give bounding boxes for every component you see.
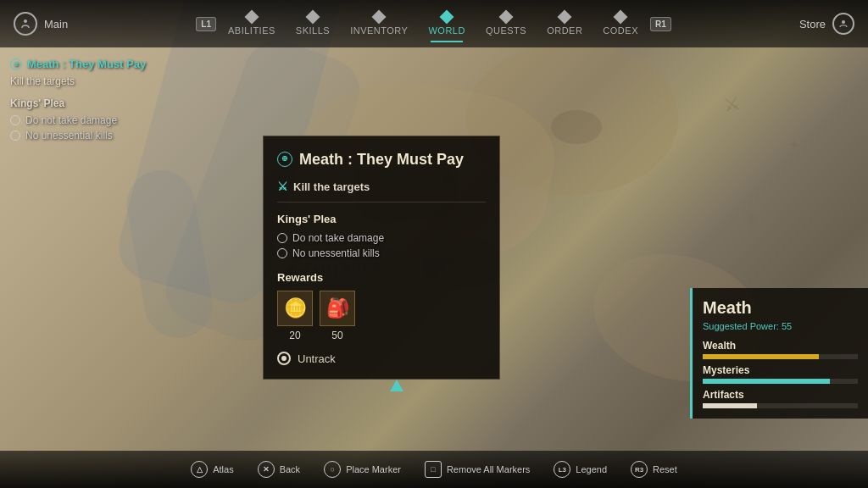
radio-2 <box>10 130 20 141</box>
mysteries-bar-fill <box>703 379 830 384</box>
map-symbol-2: ❖ <box>746 212 758 228</box>
world-icon <box>440 10 454 25</box>
back-label: Back <box>280 464 300 474</box>
mysteries-label: Mysteries <box>703 364 858 376</box>
rb-badge[interactable]: R1 <box>650 17 671 31</box>
player-marker <box>390 380 403 391</box>
nav-order[interactable]: Order <box>538 8 591 39</box>
inventory-icon <box>372 10 387 25</box>
left-plea-1: Do not take damage <box>10 114 146 126</box>
region-title: Meath <box>703 298 858 318</box>
main-menu-icon <box>14 12 37 36</box>
top-navigation: Main L1 Abilities Skills Inventory World… <box>0 0 868 47</box>
left-quest-title: ⊕ Meath : They Must Pay <box>10 58 146 70</box>
wealth-bar <box>703 354 858 359</box>
atlas-button-icon: △ <box>191 461 208 478</box>
bottom-back[interactable]: ✕ Back <box>258 461 300 478</box>
svg-point-1 <box>842 20 845 24</box>
rewards-label: Rewards <box>277 271 486 284</box>
quest-icon-left: ⊕ <box>10 58 22 70</box>
nav-right-group: Store <box>799 13 854 35</box>
radio-1 <box>10 115 20 125</box>
order-icon <box>558 10 572 25</box>
reward-item-1: 🪙 20 <box>277 291 313 341</box>
nav-codex[interactable]: Codex <box>594 8 647 39</box>
tooltip-quest-icon: ⊕ <box>277 152 292 167</box>
nav-skills[interactable]: Skills <box>287 8 338 39</box>
bottom-action-bar: △ Atlas ✕ Back ○ Place Marker □ Remove A… <box>0 451 868 488</box>
bottom-reset[interactable]: R3 Reset <box>631 461 677 478</box>
left-plea-2: No unessential kills <box>10 130 146 141</box>
tooltip-plea-items: Do not take damage No unessential kills <box>277 232 486 259</box>
nav-quests[interactable]: Quests <box>477 8 535 39</box>
wealth-label: Wealth <box>703 340 858 352</box>
wealth-bar-fill <box>703 354 819 359</box>
nav-left-group: Main <box>14 12 68 36</box>
map-symbol-1: ✦ <box>787 136 800 154</box>
legend-button-icon: L3 <box>554 461 570 478</box>
svg-point-0 <box>24 19 27 23</box>
tooltip-plea-2: No unessential kills <box>277 247 486 259</box>
rewards-icons: 🪙 20 🎒 50 <box>277 291 486 341</box>
tooltip-title: ⊕ Meath : They Must Pay <box>277 150 486 169</box>
remove-markers-label: Remove All Markers <box>447 464 530 474</box>
untrack-icon <box>277 352 291 365</box>
untrack-row[interactable]: Untrack <box>277 352 486 365</box>
skills-icon <box>306 10 320 25</box>
suggested-power: Suggested Power: 55 <box>703 321 858 331</box>
artifacts-bar-fill <box>703 403 757 408</box>
reward-item-2: 🎒 50 <box>320 291 355 341</box>
nav-world[interactable]: World <box>420 8 473 39</box>
bottom-place-marker[interactable]: ○ Place Marker <box>324 461 401 478</box>
objective-icon: ⚔ <box>277 180 288 193</box>
artifacts-label: Artifacts <box>703 389 858 401</box>
bottom-atlas[interactable]: △ Atlas <box>191 461 233 478</box>
place-marker-label: Place Marker <box>346 464 401 474</box>
main-label: Main <box>44 18 68 30</box>
legend-label: Legend <box>576 464 607 474</box>
region-panel: Meath Suggested Power: 55 Wealth Mysteri… <box>690 288 868 419</box>
tooltip-radio-2 <box>277 248 287 258</box>
quests-icon <box>499 10 514 25</box>
left-objective: Kill the targets <box>10 75 146 87</box>
tooltip-kings-plea-title: Kings' Plea <box>277 213 486 225</box>
lb-badge[interactable]: L1 <box>196 17 216 31</box>
reward-icon-2: 🎒 <box>320 291 355 326</box>
quest-tooltip-panel: ⊕ Meath : They Must Pay ⚔ Kill the targe… <box>263 136 500 380</box>
bottom-legend[interactable]: L3 Legend <box>554 461 607 478</box>
artifacts-bar <box>703 403 858 408</box>
map-bird-icon: ⚔ <box>722 92 743 116</box>
store-icon[interactable] <box>832 13 854 35</box>
reward-count-2: 50 <box>331 330 342 341</box>
left-kings-plea-label: Kings' Plea <box>10 97 146 109</box>
nav-inventory[interactable]: Inventory <box>342 8 416 39</box>
untrack-label: Untrack <box>298 352 336 365</box>
store-label[interactable]: Store <box>799 18 826 30</box>
bottom-remove-markers[interactable]: □ Remove All Markers <box>425 461 530 478</box>
back-button-icon: ✕ <box>258 461 275 478</box>
nav-center-group: L1 Abilities Skills Inventory World Ques… <box>196 8 670 39</box>
reset-label: Reset <box>653 464 677 474</box>
nav-abilities[interactable]: Abilities <box>220 8 284 39</box>
rewards-section: Rewards 🪙 20 🎒 50 <box>277 271 486 341</box>
abilities-icon <box>244 10 259 25</box>
reset-button-icon: R3 <box>631 461 648 478</box>
mysteries-bar <box>703 379 858 384</box>
untrack-dot <box>281 356 287 361</box>
atlas-label: Atlas <box>213 464 233 474</box>
tooltip-radio-1 <box>277 233 287 243</box>
left-quest-panel: ⊕ Meath : They Must Pay Kill the targets… <box>10 58 146 145</box>
place-marker-button-icon: ○ <box>324 461 341 478</box>
remove-markers-button-icon: □ <box>425 461 442 478</box>
tooltip-plea-1: Do not take damage <box>277 232 486 244</box>
tooltip-objective: ⚔ Kill the targets <box>277 180 486 202</box>
reward-icon-1: 🪙 <box>277 291 313 326</box>
reward-count-1: 20 <box>289 330 300 341</box>
codex-icon <box>614 10 628 25</box>
